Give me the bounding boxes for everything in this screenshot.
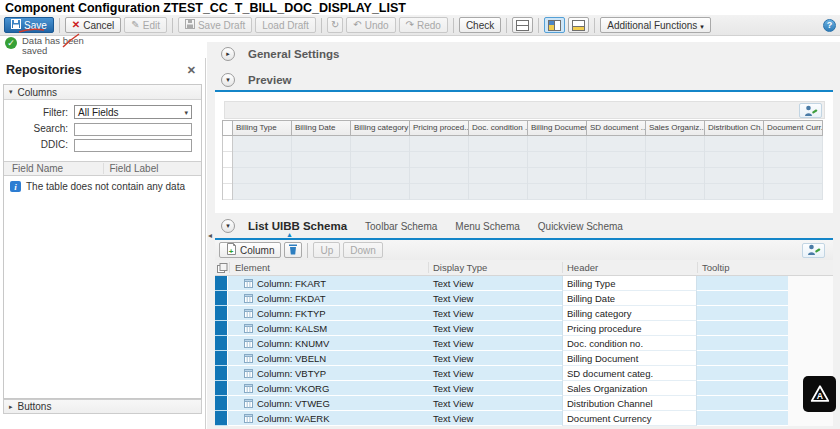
close-icon[interactable]: ✕: [187, 64, 196, 77]
move-up-button[interactable]: Up: [313, 242, 340, 258]
display-type-cell[interactable]: Text View: [428, 366, 562, 381]
display-type-cell[interactable]: Text View: [428, 381, 562, 396]
buttons-section-header[interactable]: ▸ Buttons: [3, 399, 202, 414]
personalize-button[interactable]: [802, 243, 825, 258]
tooltip-cell[interactable]: [697, 366, 788, 381]
row-filler: [788, 306, 833, 321]
header-input-cell[interactable]: Billing Type: [562, 276, 697, 291]
help-icon[interactable]: ?: [823, 19, 836, 32]
table-row[interactable]: Column: FKART Text View Billing Type: [215, 276, 833, 291]
header-input-cell[interactable]: Billing category: [562, 306, 697, 321]
display-type-cell[interactable]: Text View: [428, 291, 562, 306]
check-button[interactable]: Check: [459, 17, 501, 33]
overlay-translate-badge[interactable]: A: [803, 376, 836, 412]
row-selector-cell[interactable]: [215, 366, 228, 381]
additional-functions-button[interactable]: Additional Functions ▾: [600, 17, 711, 33]
tooltip-cell[interactable]: [697, 291, 788, 306]
table-row[interactable]: Column: VBTYP Text View SD document cate…: [215, 366, 833, 381]
row-selector-cell[interactable]: [215, 351, 228, 366]
table-row[interactable]: Column: VKORG Text View Sales Organizati…: [215, 381, 833, 396]
header-input-cell[interactable]: Doc. condition no.: [562, 336, 697, 351]
filter-row: Filter: All Fields ▾: [4, 105, 197, 119]
move-down-button[interactable]: Down: [343, 242, 383, 258]
collapse-toggle-icon[interactable]: ▾: [221, 73, 235, 87]
display-type-cell[interactable]: Text View: [428, 411, 562, 426]
header-input-cell[interactable]: Billing Document: [562, 351, 697, 366]
element-cell[interactable]: Column: VBTYP: [228, 366, 428, 381]
save-draft-button[interactable]: Save Draft: [178, 17, 252, 33]
toolbar-separator: [453, 18, 454, 33]
element-cell[interactable]: Column: FKTYP: [228, 306, 428, 321]
display-type-cell[interactable]: Text View: [428, 306, 562, 321]
element-cell[interactable]: Column: KNUMV: [228, 336, 428, 351]
display-type-cell[interactable]: Text View: [428, 396, 562, 411]
header-input-cell[interactable]: Billing Date: [562, 291, 697, 306]
load-draft-button[interactable]: Load Draft: [255, 17, 316, 33]
display-type-cell[interactable]: Text View: [428, 336, 562, 351]
personalize-button[interactable]: [799, 103, 822, 118]
row-selector-cell[interactable]: [215, 306, 228, 321]
row-selector-cell[interactable]: [215, 396, 228, 411]
cancel-button[interactable]: ✕ Cancel: [65, 17, 122, 33]
save-button[interactable]: Save: [4, 17, 54, 33]
table-row[interactable]: Column: KNUMV Text View Doc. condition n…: [215, 336, 833, 351]
undo-button[interactable]: ↶ Undo: [346, 17, 395, 33]
header-input-cell[interactable]: Document Currency: [562, 411, 697, 426]
element-cell[interactable]: Column: FKDAT: [228, 291, 428, 306]
tooltip-cell[interactable]: [697, 381, 788, 396]
tooltip-cell[interactable]: [697, 396, 788, 411]
layout-bottom-button[interactable]: [568, 17, 589, 33]
element-cell[interactable]: Column: VKORG: [228, 381, 428, 396]
tab-quickview-schema[interactable]: Quickview Schema: [538, 221, 623, 232]
element-cell[interactable]: Column: VTWEG: [228, 396, 428, 411]
header-input-cell[interactable]: Sales Organization: [562, 381, 697, 396]
display-type-cell[interactable]: Text View: [428, 351, 562, 366]
table-row[interactable]: Column: VTWEG Text View Distribution Cha…: [215, 396, 833, 411]
refresh-button[interactable]: ↻: [327, 17, 343, 33]
expand-toggle-icon[interactable]: ▸: [221, 47, 235, 61]
header-input-cell[interactable]: Pricing procedure: [562, 321, 697, 336]
edit-button[interactable]: ✎ Edit: [124, 17, 167, 33]
panel-collapse-handle[interactable]: ◂: [206, 228, 214, 242]
tab-toolbar-schema[interactable]: Toolbar Schema: [365, 221, 437, 232]
ddic-input[interactable]: [74, 139, 192, 152]
tooltip-cell[interactable]: [697, 321, 788, 336]
tooltip-cell[interactable]: [697, 306, 788, 321]
table-row[interactable]: Column: VBELN Text View Billing Document: [215, 351, 833, 366]
layout-columns-button[interactable]: [544, 17, 565, 33]
row-selector-cell[interactable]: [215, 321, 228, 336]
tooltip-cell[interactable]: [697, 276, 788, 291]
row-selector-cell[interactable]: [215, 336, 228, 351]
tooltip-cell[interactable]: [697, 336, 788, 351]
table-row[interactable]: Column: KALSM Text View Pricing procedur…: [215, 321, 833, 336]
layout-rows-button[interactable]: [512, 17, 533, 33]
header-value: Sales Organization: [567, 383, 647, 394]
element-cell[interactable]: Column: WAERK: [228, 411, 428, 426]
row-selector-cell[interactable]: [215, 291, 228, 306]
table-row[interactable]: Column: WAERK Text View Document Currenc…: [215, 411, 833, 426]
row-selector-cell[interactable]: [215, 411, 228, 426]
table-row[interactable]: Column: FKTYP Text View Billing category: [215, 306, 833, 321]
tab-list-uibb-schema[interactable]: List UIBB Schema: [248, 220, 347, 232]
add-column-button[interactable]: + Column: [219, 242, 281, 258]
display-type-cell[interactable]: Text View: [428, 321, 562, 336]
display-type-cell[interactable]: Text View: [428, 276, 562, 291]
row-selector-cell[interactable]: [215, 381, 228, 396]
element-cell[interactable]: Column: VBELN: [228, 351, 428, 366]
element-cell[interactable]: Column: FKART: [228, 276, 428, 291]
element-cell[interactable]: Column: KALSM: [228, 321, 428, 336]
header-input-cell[interactable]: SD document categ.: [562, 366, 697, 381]
filter-select[interactable]: All Fields ▾: [74, 105, 192, 119]
table-row[interactable]: Column: FKDAT Text View Billing Date: [215, 291, 833, 306]
info-icon: i: [10, 181, 21, 192]
tooltip-cell[interactable]: [697, 411, 788, 426]
redo-button[interactable]: ↷ Redo: [399, 17, 448, 33]
row-selector-cell[interactable]: [215, 276, 228, 291]
header-input-cell[interactable]: Distribution Channel: [562, 396, 697, 411]
delete-button[interactable]: [284, 242, 302, 258]
collapse-toggle-icon[interactable]: ▾: [221, 219, 235, 233]
tooltip-cell[interactable]: [697, 351, 788, 366]
columns-group-box: ▾ Columns Filter: All Fields ▾ Search:: [3, 84, 202, 399]
tab-menu-schema[interactable]: Menu Schema: [455, 221, 519, 232]
columns-section-header[interactable]: ▾ Columns: [4, 85, 201, 100]
